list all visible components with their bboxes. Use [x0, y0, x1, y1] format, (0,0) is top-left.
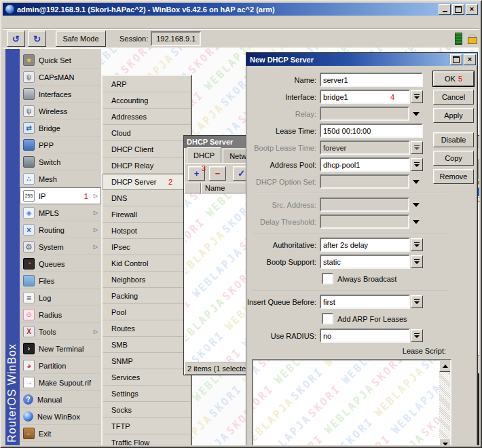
field-input[interactable]: forever	[320, 141, 410, 155]
checkbox[interactable]	[322, 313, 333, 324]
dhcp-column-header[interactable]	[184, 183, 201, 193]
dropdown-button[interactable]	[411, 329, 423, 342]
ip-submenu-item-packing[interactable]: Packing	[103, 288, 191, 304]
sidebar-item-ip[interactable]: 255 IP 1 ▷	[20, 187, 101, 204]
ip-submenu-item-dns[interactable]: DNS	[103, 190, 191, 206]
scroll-down-button[interactable]	[439, 438, 451, 445]
ip-submenu-item-socks[interactable]: Socks	[103, 402, 191, 418]
sidebar-item-mesh[interactable]: ∴ Mesh	[20, 170, 101, 187]
dhcp-tab-dhcp[interactable]: DHCP	[187, 147, 221, 163]
field-input[interactable]	[320, 198, 409, 212]
ok-button[interactable]: OK 5	[433, 71, 474, 86]
sidebar-item-manual[interactable]: ? Manual	[20, 391, 101, 408]
ip-submenu-item-dhcp-relay[interactable]: DHCP Relay	[103, 157, 191, 174]
dropdown-button[interactable]	[411, 90, 423, 103]
sidebar-item-quick-set[interactable]: ★ Quick Set	[20, 52, 101, 69]
field-input[interactable]: dhcp-pool1	[320, 157, 410, 172]
safe-mode-button[interactable]: Safe Mode	[56, 31, 106, 47]
dialog-titlebar[interactable]: New DHCP Server ×	[246, 53, 477, 66]
ip-submenu-item-services[interactable]: Services	[103, 369, 191, 386]
undo-button[interactable]: ↺	[7, 31, 25, 47]
sidebar-item-tools[interactable]: X Tools ▷	[20, 323, 101, 340]
field-input[interactable]: static	[320, 255, 410, 269]
sidebar-item-system[interactable]: ⚙ System ▷	[20, 238, 101, 255]
ip-submenu-item-tftp[interactable]: TFTP	[103, 418, 191, 434]
minimize-button[interactable]	[439, 4, 451, 15]
sidebar-item-switch[interactable]: Switch	[20, 153, 101, 170]
field-input[interactable]: first	[320, 295, 410, 309]
lease-script-textarea[interactable]	[252, 359, 451, 445]
menu-item-dashboard[interactable]	[27, 21, 39, 24]
maximize-button[interactable]	[452, 4, 464, 15]
checkbox[interactable]	[322, 273, 333, 284]
ip-submenu-item-firewall[interactable]: Firewall	[103, 206, 191, 223]
field-input[interactable]: no	[320, 329, 410, 343]
apply-button[interactable]: Apply	[433, 108, 474, 123]
dropdown-button[interactable]	[411, 141, 423, 154]
sidebar-item-queues[interactable]: ◔ Queues	[20, 255, 101, 272]
remove-button[interactable]: Remove	[433, 169, 474, 184]
ip-submenu-item-addresses[interactable]: Addresses	[103, 109, 191, 125]
dropdown-arrow-zone[interactable]	[409, 112, 423, 116]
disable-button[interactable]: Disable	[433, 132, 474, 147]
field-input[interactable]: 150d 00:10:00	[320, 124, 423, 138]
ip-submenu-item-accounting[interactable]: Accounting	[103, 92, 191, 109]
sidebar-item-files[interactable]: Files	[20, 272, 101, 289]
ip-submenu-item-dhcp-server[interactable]: DHCP Server 2	[103, 174, 191, 190]
sidebar-item-bridge[interactable]: ⇄ Bridge	[20, 119, 101, 136]
field-input[interactable]: bridge1	[320, 90, 410, 104]
dialog-maximize-button[interactable]	[450, 54, 462, 65]
ip-submenu-item-hotspot[interactable]: Hotspot	[103, 223, 191, 239]
field-input[interactable]: after 2s delay	[320, 238, 410, 252]
field-input[interactable]	[320, 174, 409, 189]
field-input[interactable]	[320, 107, 409, 121]
main-titlebar[interactable]: admin@192.168.9.1 (Skori-hAPac^2) - WinB…	[3, 3, 479, 16]
dropdown-arrow-zone[interactable]	[409, 203, 423, 207]
sidebar-item-make-supout-rif[interactable]: → Make Supout.rif	[20, 374, 101, 391]
copy-button[interactable]: Copy	[433, 151, 474, 166]
ip-submenu-item-routes[interactable]: Routes	[103, 320, 191, 337]
dropdown-button[interactable]	[411, 158, 423, 171]
redo-button[interactable]: ↻	[28, 31, 46, 47]
ip-submenu-item-cloud[interactable]: Cloud	[103, 125, 191, 141]
ip-submenu-item-pool[interactable]: Pool	[103, 304, 191, 320]
ip-submenu-item-neighbors[interactable]: Neighbors	[103, 272, 191, 288]
dropdown-button[interactable]	[411, 238, 423, 251]
sidebar-item-new-terminal[interactable]: › New Terminal	[20, 340, 101, 357]
close-button[interactable]: ×	[466, 4, 478, 15]
dialog-close-button[interactable]: ×	[464, 54, 476, 65]
dropdown-arrow-zone[interactable]	[409, 180, 423, 184]
sidebar-item-interfaces[interactable]: Interfaces	[20, 86, 101, 102]
field-label: Address Pool:	[246, 161, 320, 169]
sidebar-item-routing[interactable]: × Routing ▷	[20, 221, 101, 238]
cancel-button[interactable]: Cancel	[433, 90, 474, 105]
sidebar-item-exit[interactable]: ← Exit	[20, 425, 101, 442]
sidebar-item-capsman[interactable]: ψ CAPsMAN	[20, 69, 101, 86]
sidebar-item-log[interactable]: ≡ Log	[20, 289, 101, 306]
dropdown-button[interactable]	[411, 295, 423, 308]
ip-submenu-item-dhcp-client[interactable]: DHCP Client	[103, 141, 191, 157]
ip-submenu-item-kid-control[interactable]: Kid Control	[103, 255, 191, 272]
menu-item-settings[interactable]	[15, 21, 27, 24]
field-input[interactable]	[320, 214, 409, 229]
sidebar-item-ppp[interactable]: PPP	[20, 136, 101, 153]
sidebar-item-new-winbox[interactable]: New WinBox	[20, 408, 101, 425]
scroll-up-button[interactable]	[439, 360, 451, 372]
dropdown-button[interactable]	[411, 255, 423, 268]
field-input[interactable]: server1	[320, 73, 423, 87]
session-value-box[interactable]: 192.168.9.1	[151, 31, 201, 46]
sidebar-item-mpls[interactable]: ◈ MPLS ▷	[20, 204, 101, 221]
ip-submenu-item-arp[interactable]: ARP	[103, 76, 191, 92]
dropdown-arrow-zone[interactable]	[409, 220, 423, 224]
sidebar-item-partition[interactable]: ◕ Partition	[20, 357, 101, 374]
menu-item-session[interactable]	[3, 21, 15, 24]
ip-submenu-item-traffic-flow[interactable]: Traffic Flow	[103, 434, 191, 445]
ip-submenu-item-settings[interactable]: Settings	[103, 386, 191, 402]
scrollbar[interactable]	[439, 360, 450, 445]
ip-submenu-item-ipsec[interactable]: IPsec	[103, 239, 191, 255]
sidebar-item-wireless[interactable]: ψ Wireless	[20, 102, 101, 119]
remove-button[interactable]: −	[209, 166, 226, 181]
ip-submenu-item-smb[interactable]: SMB	[103, 337, 191, 353]
ip-submenu-item-snmp[interactable]: SNMP	[103, 353, 191, 369]
sidebar-item-radius[interactable]: ☺ Radius	[20, 306, 101, 323]
